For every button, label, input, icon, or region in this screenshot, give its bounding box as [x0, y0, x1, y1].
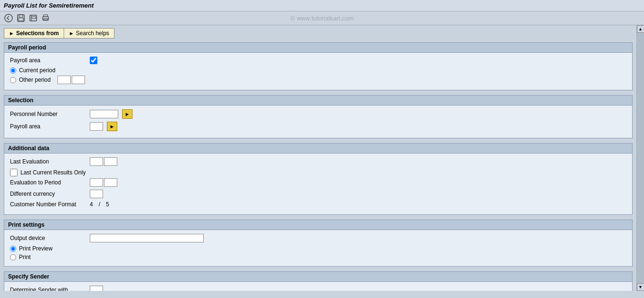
search-helps-button[interactable]: ► Search helps — [64, 28, 114, 38]
page-title: Payroll List for Semiretirement — [4, 2, 94, 9]
scroll-down-btn[interactable]: ▼ — [637, 283, 644, 291]
payroll-period-header: Payroll period — [4, 43, 632, 53]
other-period-inputs — [57, 76, 85, 84]
scrollbar[interactable]: ▲ ▼ — [636, 25, 644, 291]
additional-data-section: Additional data Last Evaluation Last Cur… — [4, 143, 633, 215]
evaluation-to-period-row: Evaluation to Period — [10, 178, 626, 187]
search-helps-label: Search helps — [76, 30, 109, 37]
payroll-area-checkbox[interactable] — [90, 57, 97, 64]
determine-sender-input[interactable] — [90, 286, 103, 291]
toolbar: © www.tutorialkart.com — [0, 11, 644, 25]
output-device-input[interactable] — [90, 234, 204, 242]
print-settings-header: Print settings — [4, 220, 632, 230]
arrow-right-small-icon2: ► — [69, 30, 74, 36]
payroll-area-row: Payroll area — [10, 57, 626, 64]
customer-number-value: 4 — [90, 201, 93, 208]
other-period-row: Other period — [10, 76, 626, 84]
last-evaluation-inputs — [90, 157, 117, 166]
personnel-number-row: Personnel Number ► — [10, 109, 626, 119]
print-icon[interactable] — [41, 13, 50, 23]
print-preview-radio[interactable] — [10, 246, 16, 252]
save-icon[interactable] — [16, 13, 26, 23]
other-period-input1[interactable] — [57, 76, 71, 84]
selections-from-label: Selections from — [16, 30, 59, 37]
print-radio[interactable] — [10, 254, 16, 260]
arrow-right-small-icon: ► — [9, 30, 14, 36]
last-evaluation-row: Last Evaluation — [10, 157, 626, 166]
last-current-results-checkbox[interactable] — [10, 169, 18, 176]
specify-sender-section: Specify Sender Determine Sender with — [4, 271, 633, 291]
evaluation-to-period-input1[interactable] — [90, 178, 103, 187]
last-evaluation-label: Last Evaluation — [10, 158, 86, 165]
selections-from-button[interactable]: ► Selections from — [4, 28, 64, 38]
different-currency-row: Different currency — [10, 190, 626, 198]
svg-rect-3 — [19, 18, 23, 21]
personnel-number-arrow-btn[interactable]: ► — [122, 109, 133, 119]
scroll-track — [637, 33, 644, 283]
payroll-area-label: Payroll area — [10, 57, 86, 64]
last-current-results-row: Last Current Results Only — [10, 169, 626, 176]
other-period-label: Other period — [19, 77, 51, 83]
selection-body: Personnel Number ► Payroll area ► — [4, 106, 632, 138]
print-row: Print — [10, 254, 626, 260]
print-preview-label: Print Preview — [19, 245, 53, 252]
payroll-period-section: Payroll period Payroll area Current peri… — [4, 42, 633, 90]
watermark: © www.tutorialkart.com — [290, 15, 353, 22]
selection-payroll-area-input[interactable] — [90, 122, 103, 131]
svg-rect-6 — [32, 17, 36, 19]
slash-separator: / — [99, 201, 100, 208]
payroll-period-body: Payroll area Current period Other period — [4, 53, 632, 90]
current-period-row: Current period — [10, 67, 626, 74]
different-currency-input[interactable] — [90, 190, 103, 198]
last-current-results-label: Last Current Results Only — [20, 169, 85, 176]
determine-sender-label: Determine Sender with — [10, 287, 86, 291]
last-evaluation-input1[interactable] — [90, 157, 103, 166]
selection-payroll-area-label: Payroll area — [10, 123, 86, 130]
output-device-row: Output device — [10, 234, 626, 242]
content-area: ► Selections from ► Search helps Payroll… — [0, 25, 636, 291]
selection-header: Selection — [4, 96, 632, 106]
customer-number-right: 5 — [106, 201, 109, 208]
print-label: Print — [19, 254, 31, 260]
other-period-input2[interactable] — [72, 76, 85, 84]
print-settings-section: Print settings Output device Print Previ… — [4, 220, 633, 267]
title-bar: Payroll List for Semiretirement — [0, 0, 644, 11]
different-currency-label: Different currency — [10, 191, 86, 197]
current-period-label: Current period — [19, 67, 56, 74]
evaluation-to-period-label: Evaluation to Period — [10, 179, 86, 186]
current-period-radio[interactable] — [10, 67, 16, 74]
customer-number-format-label: Customer Number Format — [10, 201, 86, 208]
evaluation-to-period-inputs — [90, 178, 117, 187]
determine-sender-row: Determine Sender with — [10, 286, 626, 291]
specify-sender-body: Determine Sender with — [4, 282, 632, 291]
selection-payroll-area-arrow-btn[interactable]: ► — [107, 122, 117, 131]
local-save-icon[interactable] — [28, 13, 38, 23]
specify-sender-header: Specify Sender — [4, 272, 632, 282]
personnel-number-label: Personnel Number — [10, 111, 86, 117]
last-evaluation-input2[interactable] — [104, 157, 117, 166]
print-preview-row: Print Preview — [10, 245, 626, 252]
button-bar: ► Selections from ► Search helps — [4, 28, 633, 38]
evaluation-to-period-input2[interactable] — [104, 178, 117, 187]
output-device-label: Output device — [10, 235, 86, 241]
personnel-number-input[interactable] — [90, 110, 118, 118]
selection-payroll-area-row: Payroll area ► — [10, 122, 626, 131]
additional-data-header: Additional data — [4, 144, 632, 154]
selection-section: Selection Personnel Number ► Payroll are… — [4, 95, 633, 138]
additional-data-body: Last Evaluation Last Current Results Onl… — [4, 154, 632, 214]
back-icon[interactable] — [4, 13, 13, 23]
customer-number-format-row: Customer Number Format 4 / 5 — [10, 201, 626, 208]
svg-point-0 — [5, 14, 12, 22]
other-period-radio[interactable] — [10, 77, 16, 83]
scroll-up-btn[interactable]: ▲ — [637, 25, 644, 33]
print-settings-body: Output device Print Preview Print — [4, 230, 632, 266]
